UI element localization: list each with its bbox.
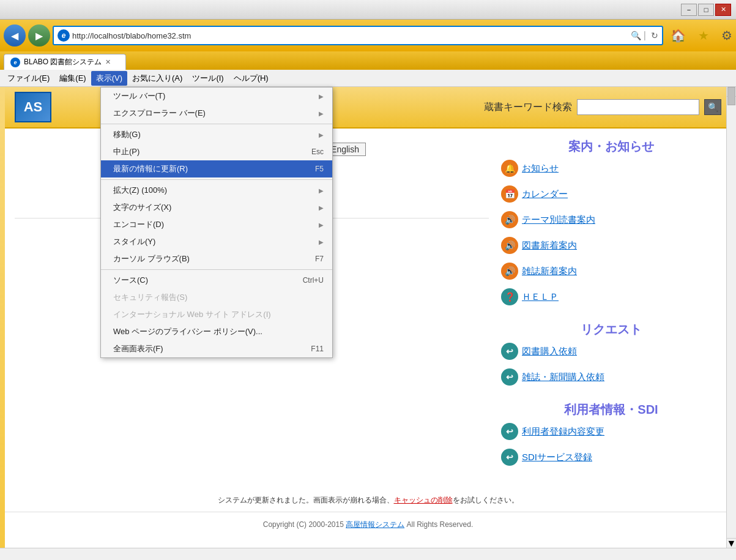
close-button[interactable]: ✕ xyxy=(715,4,731,16)
address-bar[interactable]: e http://localhost/blabo/home32.stm 🔍 | … xyxy=(53,26,663,45)
notice-links: 🔔 お知らせ 📅 カレンダー 🔊 テーマ別読書案内 🔊 xyxy=(501,160,721,309)
tab-close-button[interactable]: ✕ xyxy=(105,58,111,66)
menu-help[interactable]: ヘルプ(H) xyxy=(229,71,273,86)
dropdown-stop-label: 中止(P) xyxy=(113,146,139,157)
magazine-purchase-icon: ↩ xyxy=(501,368,518,386)
dropdown-font-size[interactable]: 文字のサイズ(X) ▶ xyxy=(101,199,332,216)
sdi-register-link[interactable]: SDIサービス登録 xyxy=(522,452,592,463)
dropdown-zoom-label: 拡大(Z) (100%) xyxy=(113,185,167,196)
forward-button[interactable]: ▶ xyxy=(28,24,50,47)
dropdown-zoom[interactable]: 拡大(Z) (100%) ▶ xyxy=(101,182,332,199)
maximize-button[interactable]: □ xyxy=(698,4,714,16)
dropdown-style[interactable]: スタイル(Y) ▶ xyxy=(101,233,332,250)
cache-link[interactable]: キャッシュの削除 xyxy=(394,496,453,504)
view-dropdown-menu: ツール バー(T) ▶ エクスプローラー バー(E) ▶ 移動(G) ▶ 中止(… xyxy=(100,87,333,358)
dropdown-security-report: セキュリティ報告(S) xyxy=(101,289,332,306)
dropdown-explorer-bar-label: エクスプローラー バー(E) xyxy=(113,108,206,119)
tab-ie-logo-icon: e xyxy=(10,58,20,67)
user-section: 利用者情報・SDI ↩ 利用者登録内容変更 ↩ SDIサービス登録 xyxy=(501,401,721,469)
dropdown-refresh-label: 最新の情報に更新(R) xyxy=(113,163,188,174)
address-separator: | xyxy=(644,30,646,41)
book-purchase-icon: ↩ xyxy=(501,343,518,360)
menu-tools[interactable]: ツール(I) xyxy=(187,71,228,86)
notice-link-item: 🔔 お知らせ xyxy=(501,160,721,177)
scrollbar-vertical[interactable]: ▲ ▼ xyxy=(726,87,736,548)
menu-file[interactable]: ファイル(E) xyxy=(2,71,54,86)
dropdown-privacy-policy[interactable]: Web ページのプライバシー ポリシー(V)... xyxy=(101,323,332,340)
menu-bar: ファイル(E) 編集(E) 表示(V) お気に入り(A) ツール(I) ヘルプ(… xyxy=(0,70,736,87)
keyword-search-input[interactable] xyxy=(577,99,699,115)
search-button[interactable]: 🔍 xyxy=(704,99,721,115)
dropdown-cursor-browse-label: カーソル ブラウズ(B) xyxy=(113,253,190,264)
sdi-register-icon: ↩ xyxy=(501,449,518,466)
new-books-link-item: 🔊 図書新着案内 xyxy=(501,237,721,254)
book-purchase-link[interactable]: 図書購入依頼 xyxy=(522,346,577,357)
dropdown-sep-2 xyxy=(101,179,332,180)
dropdown-fullscreen[interactable]: 全画面表示(F) F11 xyxy=(101,340,332,357)
dropdown-cursor-browse[interactable]: カーソル ブラウズ(B) F7 xyxy=(101,250,332,267)
dropdown-fullscreen-shortcut: F11 xyxy=(311,345,324,353)
ie-logo-icon: e xyxy=(58,29,70,42)
dropdown-toolbar-arrow: ▶ xyxy=(319,93,324,100)
right-column: 案内・お知らせ 🔔 お知らせ 📅 カレンダー 🔊 テーマ別読書案内 xyxy=(501,138,721,482)
back-button[interactable]: ◀ xyxy=(4,24,26,47)
refresh-button[interactable]: ↻ xyxy=(651,31,658,40)
dropdown-source[interactable]: ソース(C) Ctrl+U xyxy=(101,272,332,289)
address-search-icon[interactable]: 🔍 xyxy=(631,31,641,40)
notice-link[interactable]: お知らせ xyxy=(522,163,559,174)
user-section-title: 利用者情報・SDI xyxy=(501,401,721,418)
scroll-thumb[interactable] xyxy=(727,87,735,105)
notice-section-title: 案内・お知らせ xyxy=(501,138,721,155)
calendar-icon: 📅 xyxy=(501,185,518,203)
help-icon: ❓ xyxy=(501,288,518,305)
menu-edit[interactable]: 編集(E) xyxy=(54,71,91,86)
new-magazines-link[interactable]: 雑誌新着案内 xyxy=(522,266,577,277)
calendar-link[interactable]: カレンダー xyxy=(522,189,568,200)
book-purchase-item: ↩ 図書購入依頼 xyxy=(501,343,721,360)
dropdown-sep-3 xyxy=(101,269,332,270)
menu-favorites[interactable]: お気に入り(A) xyxy=(127,71,187,86)
dropdown-stop[interactable]: 中止(P) Esc xyxy=(101,143,332,160)
user-register-item: ↩ 利用者登録内容変更 xyxy=(501,423,721,440)
search-label: 蔵書キーワード検索 xyxy=(484,101,572,114)
dropdown-toolbar[interactable]: ツール バー(T) ▶ xyxy=(101,88,332,105)
dropdown-explorer-bar[interactable]: エクスプローラー バー(E) ▶ xyxy=(101,105,332,122)
dropdown-refresh-shortcut: F5 xyxy=(315,165,324,173)
home-icon[interactable]: 🏠 xyxy=(671,28,686,43)
tab-title: BLABO 図書館システム xyxy=(24,57,102,67)
settings-icon[interactable]: ⚙ xyxy=(721,28,732,43)
user-links: ↩ 利用者登録内容変更 ↩ SDIサービス登録 xyxy=(501,423,721,469)
browser-tab[interactable]: e BLABO 図書館システム ✕ xyxy=(4,54,126,70)
dropdown-fullscreen-label: 全画面表示(F) xyxy=(113,343,163,354)
new-magazines-link-item: 🔊 雑誌新着案内 xyxy=(501,263,721,280)
footer-link[interactable]: 高屋情報システム xyxy=(346,520,404,529)
dropdown-explorer-arrow: ▶ xyxy=(319,110,324,117)
dropdown-font-size-arrow: ▶ xyxy=(319,204,324,211)
scroll-down-button[interactable]: ▼ xyxy=(727,538,736,548)
new-books-link[interactable]: 図書新着案内 xyxy=(522,240,577,252)
notice-section: 案内・お知らせ 🔔 お知らせ 📅 カレンダー 🔊 テーマ別読書案内 xyxy=(501,138,721,309)
dropdown-toolbar-label: ツール バー(T) xyxy=(113,91,165,102)
scroll-down-icon: ▼ xyxy=(727,538,736,549)
dropdown-zoom-arrow: ▶ xyxy=(319,187,324,194)
user-register-link[interactable]: 利用者登録内容変更 xyxy=(522,426,604,438)
help-link[interactable]: ＨＥＬＰ xyxy=(522,291,559,303)
footer-divider xyxy=(5,512,731,512)
theme-reading-link[interactable]: テーマ別読書案内 xyxy=(522,214,595,226)
title-bar: − □ ✕ xyxy=(0,0,736,20)
dropdown-refresh[interactable]: 最新の情報に更新(R) F5 xyxy=(101,160,332,177)
favorites-icon[interactable]: ★ xyxy=(698,28,709,43)
dropdown-privacy-policy-label: Web ページのプライバシー ポリシー(V)... xyxy=(113,326,262,337)
dropdown-encode[interactable]: エンコード(D) ▶ xyxy=(101,216,332,233)
dropdown-cursor-browse-shortcut: F7 xyxy=(315,255,324,263)
dropdown-goto[interactable]: 移動(G) ▶ xyxy=(101,126,332,143)
system-message: システムが更新されました。画面表示が崩れる場合、キャッシュの削除をお試しください… xyxy=(5,491,731,509)
system-msg-text: システムが更新されました。画面表示が崩れる場合、 xyxy=(218,496,394,504)
status-bar xyxy=(0,548,736,560)
dropdown-source-shortcut: Ctrl+U xyxy=(303,276,324,285)
dropdown-encode-label: エンコード(D) xyxy=(113,219,164,230)
system-msg-end: をお試しください。 xyxy=(453,496,519,504)
magazine-purchase-link[interactable]: 雑誌・新聞購入依頼 xyxy=(522,371,604,383)
menu-view[interactable]: 表示(V) xyxy=(91,71,127,86)
minimize-button[interactable]: − xyxy=(681,4,697,16)
